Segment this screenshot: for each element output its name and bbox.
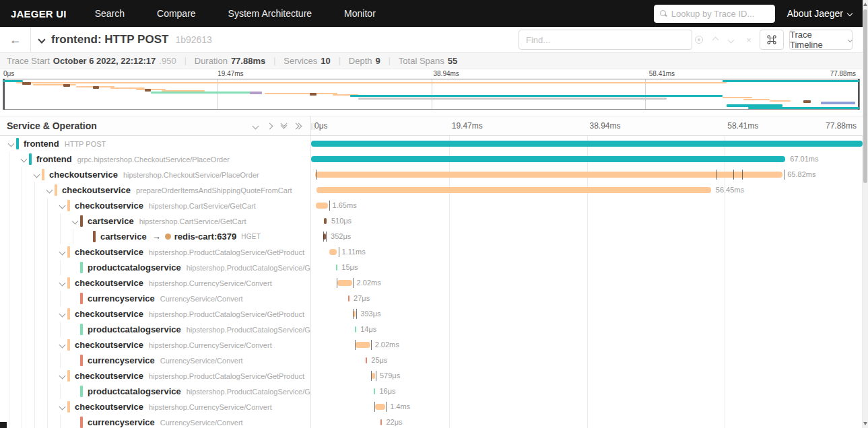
row-chevron-down-icon[interactable] bbox=[57, 281, 67, 285]
indent-guide bbox=[22, 260, 22, 275]
row-chevron-down-icon[interactable] bbox=[70, 219, 80, 223]
scrollbar-thumb[interactable] bbox=[863, 9, 867, 183]
span-bar[interactable] bbox=[311, 156, 785, 162]
find-box[interactable] bbox=[519, 30, 692, 50]
expand-one-icon[interactable] bbox=[267, 122, 273, 129]
app-logo[interactable]: JAEGER UI bbox=[0, 8, 79, 20]
summary-item: Services10 bbox=[283, 56, 330, 66]
trace-id: 1b92613 bbox=[175, 34, 212, 45]
span-bar[interactable] bbox=[375, 404, 385, 410]
row-chevron-down-icon[interactable] bbox=[32, 172, 42, 177]
minimap-span-segment bbox=[743, 99, 769, 100]
indent-guide bbox=[60, 213, 61, 229]
span-duration-label: 27μs bbox=[354, 294, 370, 302]
span-bar[interactable] bbox=[348, 295, 349, 301]
clear-find-icon[interactable]: × bbox=[743, 35, 754, 45]
nav-item-monitor[interactable]: Monitor bbox=[328, 0, 392, 27]
nav-item-system-architecture[interactable]: System Architecture bbox=[212, 0, 329, 27]
tree-row[interactable]: checkoutservicehipstershop.ProductCatalo… bbox=[0, 244, 310, 260]
tree-row[interactable]: checkoutservicehipstershop.ProductCatalo… bbox=[0, 368, 310, 384]
minimap-span-segment bbox=[770, 100, 791, 102]
span-bar[interactable] bbox=[316, 203, 327, 209]
span-bar[interactable] bbox=[372, 373, 375, 379]
span-bar[interactable] bbox=[324, 218, 327, 224]
span-bar[interactable] bbox=[353, 311, 356, 317]
service-name: cartservice bbox=[88, 216, 134, 226]
tree-row[interactable]: productcatalogservicehipstershop.Product… bbox=[0, 322, 310, 337]
collapse-trace-chevron-icon[interactable] bbox=[38, 36, 45, 43]
trace-lookup-box[interactable] bbox=[654, 5, 775, 23]
tree-row[interactable]: checkoutservicehipstershop.ProductCatalo… bbox=[0, 306, 310, 322]
find-input[interactable] bbox=[526, 35, 685, 45]
tree-row[interactable]: checkoutservicehipstershop.CartService/G… bbox=[0, 198, 310, 213]
tree-row[interactable]: frontendgrpc.hipstershop.CheckoutService… bbox=[0, 151, 310, 167]
span-duration-label: 1.65ms bbox=[333, 201, 357, 209]
span-bar[interactable] bbox=[337, 280, 352, 286]
span-row: 14μs bbox=[311, 322, 863, 337]
expand-all-icon[interactable] bbox=[296, 124, 301, 129]
indent-guide bbox=[22, 182, 22, 198]
tree-row[interactable]: checkoutservicehipstershop.CurrencyServi… bbox=[0, 337, 310, 353]
span-bar[interactable] bbox=[366, 357, 367, 363]
tree-row[interactable]: checkoutserviceprepareOrderItemsAndShipp… bbox=[0, 182, 310, 198]
row-chevron-down-icon[interactable] bbox=[57, 312, 67, 316]
row-chevron-down-icon[interactable] bbox=[6, 141, 16, 146]
tree-row[interactable]: checkoutservicehipstershop.CurrencyServi… bbox=[0, 275, 310, 291]
row-chevron-down-icon[interactable] bbox=[19, 157, 29, 162]
span-bar[interactable] bbox=[311, 141, 863, 147]
minimap-left-scrubber[interactable] bbox=[3, 79, 5, 110]
row-chevron-down-icon[interactable] bbox=[57, 203, 67, 208]
span-log-tick bbox=[716, 170, 717, 180]
trace-lookup-input[interactable] bbox=[671, 9, 769, 19]
span-bar[interactable] bbox=[329, 249, 337, 255]
span-bar[interactable] bbox=[355, 326, 356, 332]
span-bar[interactable] bbox=[356, 342, 370, 348]
view-selector-button[interactable]: Trace Timeline bbox=[789, 30, 853, 50]
span-bar[interactable] bbox=[316, 187, 711, 193]
collapse-one-icon[interactable] bbox=[253, 122, 259, 129]
nav-item-compare[interactable]: Compare bbox=[141, 0, 212, 27]
tree-row[interactable]: productcatalogservicehipstershop.Product… bbox=[0, 260, 310, 275]
back-button[interactable]: ← bbox=[0, 27, 31, 52]
scrollbar-up-arrow-icon[interactable] bbox=[863, 3, 867, 6]
indent-guide bbox=[34, 198, 35, 213]
minimap-canvas[interactable] bbox=[3, 79, 860, 110]
minimap-right-scrubber[interactable] bbox=[858, 79, 859, 110]
about-jaeger-menu[interactable]: About Jaeger bbox=[787, 8, 852, 19]
row-chevron-down-icon[interactable] bbox=[57, 373, 67, 378]
vertical-scrollbar[interactable] bbox=[863, 0, 868, 428]
keyboard-shortcuts-button[interactable] bbox=[760, 30, 784, 50]
service-name: frontend bbox=[36, 154, 72, 164]
operation-name: CurrencyService/Convert bbox=[160, 295, 243, 303]
span-duration-label: 16μs bbox=[379, 387, 395, 395]
nav-item-search[interactable]: Search bbox=[79, 0, 141, 27]
row-chevron-down-icon[interactable] bbox=[44, 188, 55, 192]
span-bar[interactable] bbox=[336, 264, 337, 271]
tree-row[interactable]: checkoutservicehipstershop.CheckoutServi… bbox=[0, 167, 310, 182]
row-chevron-down-icon[interactable] bbox=[57, 343, 67, 347]
tree-row[interactable]: productcatalogservicehipstershop.Product… bbox=[0, 384, 310, 399]
service-name: checkoutservice bbox=[75, 340, 143, 350]
previous-match-icon[interactable] bbox=[712, 36, 719, 43]
trace-detail-area: frontendHTTP POSTfrontendgrpc.hipstersho… bbox=[0, 136, 863, 428]
span-log-tick bbox=[323, 231, 324, 242]
tree-row[interactable]: checkoutservicehipstershop.CurrencyServi… bbox=[0, 399, 310, 415]
scrollbar-down-arrow-icon[interactable] bbox=[863, 422, 867, 425]
tree-row[interactable]: currencyserviceCurrencyService/Convert bbox=[0, 353, 310, 368]
collapse-all-icon[interactable] bbox=[281, 124, 286, 128]
row-chevron-down-icon[interactable] bbox=[57, 404, 67, 409]
focus-match-icon[interactable] bbox=[695, 36, 703, 44]
tree-row[interactable]: frontendHTTP POST bbox=[0, 136, 310, 151]
tree-row[interactable]: currencyserviceCurrencyService/Convert bbox=[0, 291, 310, 306]
next-match-icon[interactable] bbox=[727, 36, 734, 43]
span-bar[interactable] bbox=[374, 388, 375, 394]
minimap-axis-tick: 19.47ms bbox=[218, 70, 243, 77]
span-bar[interactable] bbox=[315, 172, 783, 178]
tree-row[interactable]: cartservice→redis-cart:6379HGET bbox=[0, 229, 310, 244]
chevron-down-icon bbox=[848, 38, 853, 42]
tree-row[interactable]: cartservicehipstershop.CartService/GetCa… bbox=[0, 213, 310, 229]
row-chevron-down-icon[interactable] bbox=[57, 250, 67, 254]
minimap-axis-tick: 38.94ms bbox=[434, 70, 459, 77]
span-bar[interactable] bbox=[380, 419, 382, 425]
tree-row[interactable]: currencyserviceCurrencyService/Convert bbox=[0, 415, 310, 428]
